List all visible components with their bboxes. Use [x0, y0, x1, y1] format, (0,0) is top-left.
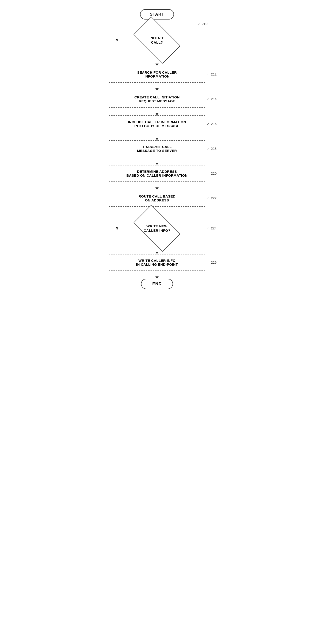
write-new-caller-diamond: WRITE NEWCALLER INFO?: [134, 214, 180, 242]
arrowhead: [155, 113, 159, 116]
zigzag-icon: ⟋: [206, 260, 210, 264]
determine-address-row: DETERMINE ADDRESSBASED ON CALLER INFORMA…: [93, 165, 221, 182]
end-row: END: [93, 279, 221, 289]
ref-210: ⟋ 210: [197, 22, 207, 26]
ref-218: ⟋ 218: [206, 146, 217, 151]
arrow-connector: [157, 157, 157, 163]
arrowhead: [155, 138, 159, 140]
initiate-call-row: N INITIATECALL?: [93, 26, 221, 54]
flowchart: START ⟋ 210 N INITIATECALL? Y: [93, 9, 221, 289]
ref-222: ⟋ 222: [206, 196, 217, 200]
initiate-call-text: INITIATECALL?: [149, 36, 164, 45]
transmit-call-row: TRANSMIT CALLMESSAGE TO SERVER ⟋ 218: [93, 140, 221, 157]
write-new-caller-row: N WRITE NEWCALLER INFO? ⟋ 224: [93, 214, 221, 242]
route-call-row: ROUTE CALL BASEDON ADDRESS ⟋ 222: [93, 190, 221, 207]
search-caller-row: SEARCH FOR CALLERINFORMATION ⟋ 212: [93, 66, 221, 83]
ref-212: ⟋ 212: [206, 72, 217, 76]
arrow-connector: [157, 182, 157, 188]
ref-216: ⟋ 216: [206, 122, 217, 126]
write-caller-info-row: WRITE CALLER INFOIN CALLING END-POINT ⟋ …: [93, 254, 221, 271]
arrowhead: [155, 64, 159, 66]
n-label-initiate: N: [116, 38, 118, 42]
include-caller-row: INCLUDE CALLER INFORMATIONINTO BODY OF M…: [93, 116, 221, 132]
arrow-connector: [157, 271, 157, 276]
zigzag-icon: ⟋: [206, 172, 210, 176]
write-caller-info-rect: WRITE CALLER INFOIN CALLING END-POINT: [109, 254, 205, 271]
initiate-call-diamond: INITIATECALL?: [134, 26, 180, 54]
end-shape: END: [141, 279, 173, 289]
zigzag-icon: ⟋: [197, 22, 201, 26]
transmit-call-rect: TRANSMIT CALLMESSAGE TO SERVER: [109, 140, 205, 157]
zigzag-icon: ⟋: [206, 97, 210, 101]
zigzag-icon: ⟋: [206, 146, 210, 151]
ref-220: ⟋ 220: [206, 172, 217, 176]
arrowhead: [155, 276, 159, 279]
create-message-rect: CREATE CALL INITIATIONREQUEST MESSAGE: [109, 90, 205, 108]
arrowhead: [155, 252, 159, 254]
zigzag-icon: ⟋: [206, 196, 210, 200]
write-new-caller-text: WRITE NEWCALLER INFO?: [144, 224, 170, 233]
route-call-rect: ROUTE CALL BASEDON ADDRESS: [109, 190, 205, 207]
arrow-connector: [157, 246, 157, 252]
include-caller-rect: INCLUDE CALLER INFORMATIONINTO BODY OF M…: [109, 116, 205, 132]
zigzag-icon: ⟋: [206, 122, 210, 126]
arrowhead: [155, 188, 159, 190]
arrow-connector: [157, 83, 157, 88]
zigzag-icon: ⟋: [206, 72, 210, 76]
arrowhead: [155, 163, 159, 165]
start-shape: START: [140, 9, 174, 20]
arrow-connector: [157, 108, 157, 113]
ref-214: ⟋ 214: [206, 97, 217, 101]
arrowhead: [155, 88, 159, 90]
zigzag-icon: ⟋: [206, 226, 210, 230]
arrow-connector: [157, 58, 157, 64]
ref-224: ⟋ 224: [206, 226, 217, 230]
n-label-write: N: [116, 226, 118, 230]
arrow-connector: [157, 132, 157, 138]
start-row: START: [93, 9, 221, 20]
determine-address-rect: DETERMINE ADDRESSBASED ON CALLER INFORMA…: [109, 165, 205, 182]
create-message-row: CREATE CALL INITIATIONREQUEST MESSAGE ⟋ …: [93, 90, 221, 108]
search-caller-rect: SEARCH FOR CALLERINFORMATION: [109, 66, 205, 83]
ref-226: ⟋ 226: [206, 260, 217, 264]
